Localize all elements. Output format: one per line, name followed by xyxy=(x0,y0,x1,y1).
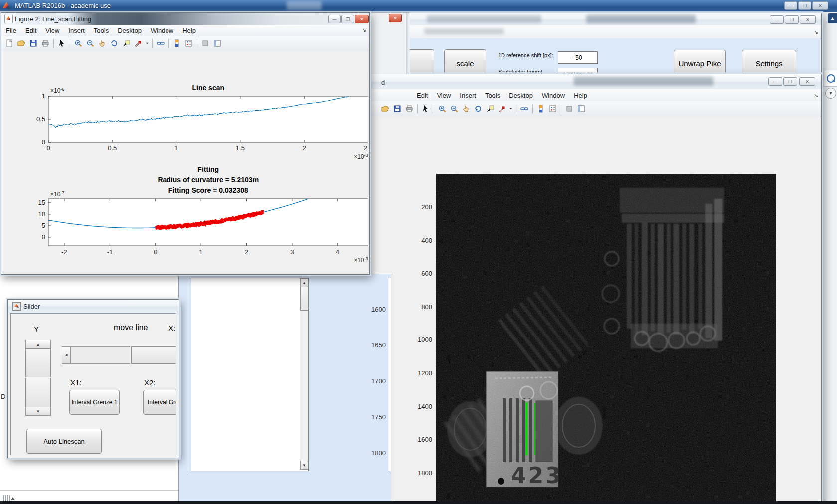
menu-item-desktop[interactable]: Desktop xyxy=(113,25,146,36)
rotate-icon[interactable] xyxy=(473,103,484,114)
menu-item-desktop[interactable]: Desktop xyxy=(504,90,537,101)
taskbar-strip[interactable] xyxy=(0,501,837,504)
cursor-icon[interactable] xyxy=(420,103,431,114)
plottools-off-icon[interactable] xyxy=(200,38,211,49)
x1-label: X1: xyxy=(70,378,82,387)
scale-window-close-button[interactable]: ✕ xyxy=(800,15,816,24)
menu-item-window[interactable]: Window xyxy=(537,90,569,101)
menu-item-edit[interactable]: Edit xyxy=(412,90,432,101)
scrollbar-thumb[interactable] xyxy=(300,287,308,311)
menu-item-edit[interactable]: Edit xyxy=(21,25,41,36)
zoom-out-icon[interactable] xyxy=(449,103,460,114)
y-slider-block-lower[interactable] xyxy=(25,378,51,409)
unwrap-pike-button[interactable]: Unwrap Pike xyxy=(674,50,726,75)
pan-icon[interactable] xyxy=(461,103,472,114)
menu-item-tools[interactable]: Tools xyxy=(481,90,504,101)
scale-settings-titlebar[interactable]: — ❐ ✕ xyxy=(372,13,821,26)
matlab-titlebar[interactable]: MATLAB R2016b - academic use — ❐ ✕ xyxy=(0,0,837,12)
caret-icon[interactable] xyxy=(145,38,150,49)
scale-button[interactable]: scale xyxy=(444,49,486,75)
open-icon[interactable] xyxy=(16,38,27,49)
menu-item-insert[interactable]: Insert xyxy=(455,90,481,101)
zoom-in-icon[interactable] xyxy=(73,38,84,49)
menu-item-help[interactable]: Help xyxy=(178,25,200,36)
caret-icon[interactable] xyxy=(508,103,513,114)
link-icon[interactable] xyxy=(155,38,166,49)
plottools-dock-icon[interactable] xyxy=(576,103,587,114)
matlab-close-button[interactable]: ✕ xyxy=(812,1,828,10)
new-icon[interactable] xyxy=(4,38,15,49)
figure2-restore-button[interactable]: ❐ xyxy=(341,15,354,23)
plottools-dock-icon[interactable] xyxy=(212,38,223,49)
legend-icon[interactable] xyxy=(183,38,194,49)
y-slider[interactable]: ▲ ▼ xyxy=(25,340,51,416)
menu-item-tools[interactable]: Tools xyxy=(89,25,113,36)
legend-icon[interactable] xyxy=(547,103,558,114)
figure2-close-button[interactable]: ✕ xyxy=(355,15,369,23)
x-slider[interactable]: ◄ xyxy=(62,346,176,364)
y-slider-block-upper[interactable] xyxy=(25,348,51,377)
brush-icon[interactable] xyxy=(497,103,507,114)
matlab-minimize-button[interactable]: — xyxy=(784,1,797,10)
zoom-in-icon[interactable] xyxy=(437,103,448,114)
brush-icon[interactable] xyxy=(133,38,144,49)
image-figure-minimize-button[interactable]: — xyxy=(768,77,782,86)
y-slider-up-button[interactable]: ▲ xyxy=(25,340,51,349)
search-button[interactable] xyxy=(824,70,837,87)
pan-icon[interactable] xyxy=(97,38,108,49)
image-figure-close-button[interactable]: ✕ xyxy=(799,77,815,86)
interval-grenze-1-button[interactable]: Interval Grenze 1 xyxy=(69,390,120,415)
menu-item-file[interactable]: File xyxy=(1,25,21,36)
menu-overflow-icon[interactable]: ↘ xyxy=(362,27,366,33)
linescan-fitting-plots[interactable]: Line scan×10-600.511.522.500.51×10-3Fitt… xyxy=(1,51,368,273)
auto-linescan-button[interactable]: Auto Linescan xyxy=(26,429,102,454)
dropdown-circle-button[interactable]: ▼ xyxy=(825,88,836,99)
scrollbar-down-button[interactable]: ▼ xyxy=(300,461,308,470)
menu-item-window[interactable]: Window xyxy=(146,25,178,36)
menu-item-view[interactable]: View xyxy=(432,90,455,101)
menu-overflow-icon[interactable]: ↘ xyxy=(814,29,818,35)
ref-shift-field[interactable]: -50 xyxy=(558,51,598,64)
listbox[interactable]: ▲ ▼ xyxy=(191,278,309,471)
cursor-icon[interactable] xyxy=(56,38,67,49)
panel-pin-button[interactable]: ▲ xyxy=(828,13,837,23)
cropped-axes-ytick-label: 1600 xyxy=(361,306,386,313)
zoom-out-icon[interactable] xyxy=(85,38,96,49)
hidden-window-close-button[interactable]: ✕ xyxy=(389,14,402,22)
menu-overflow-icon[interactable]: ↘ xyxy=(814,93,818,98)
data-cursor-icon[interactable] xyxy=(121,38,132,49)
x-slider-track[interactable] xyxy=(70,346,130,364)
image-figure-titlebar[interactable]: d — ❐ ✕ xyxy=(369,74,821,90)
colorbar-icon[interactable] xyxy=(535,103,546,114)
figure2-minimize-button[interactable]: — xyxy=(328,15,341,23)
menu-item-view[interactable]: View xyxy=(41,25,64,36)
settings-label: Settings xyxy=(755,59,782,68)
save-icon[interactable] xyxy=(392,103,403,114)
svg-text:5: 5 xyxy=(42,222,45,229)
figure2-titlebar[interactable]: Figure 2: Line_scan,Fitting — ❐ ✕ xyxy=(1,13,369,25)
data-cursor-icon[interactable] xyxy=(485,103,496,114)
rotate-icon[interactable] xyxy=(109,38,120,49)
scrollbar-up-button[interactable]: ▲ xyxy=(300,278,308,287)
save-icon[interactable] xyxy=(28,38,39,49)
x-slider-left-button[interactable]: ◄ xyxy=(62,346,71,364)
x-slider-thumb[interactable] xyxy=(131,346,176,364)
matlab-restore-button[interactable]: ❐ xyxy=(798,1,811,10)
print-icon[interactable] xyxy=(40,38,51,49)
interval-grenze-2-button[interactable]: Interval Gren xyxy=(143,390,176,415)
link-icon[interactable] xyxy=(519,103,530,114)
open-icon[interactable] xyxy=(380,103,391,114)
speckle-image-axes[interactable]: 423 xyxy=(436,174,776,504)
menu-item-insert[interactable]: Insert xyxy=(64,25,89,36)
scale-window-minimize-button[interactable]: — xyxy=(770,15,784,24)
y-slider-down-button[interactable]: ▼ xyxy=(25,407,51,416)
menu-item-help[interactable]: Help xyxy=(569,90,592,101)
plottools-off-icon[interactable] xyxy=(564,103,575,114)
settings-button[interactable]: Settings xyxy=(742,50,796,75)
print-icon[interactable] xyxy=(404,103,415,114)
listbox-scrollbar[interactable]: ▲ ▼ xyxy=(300,278,308,470)
colorbar-icon[interactable] xyxy=(171,38,182,49)
scale-window-restore-button[interactable]: ❐ xyxy=(785,15,799,24)
image-figure-restore-button[interactable]: ❐ xyxy=(783,77,797,86)
slider-titlebar[interactable]: Slider xyxy=(8,300,179,313)
